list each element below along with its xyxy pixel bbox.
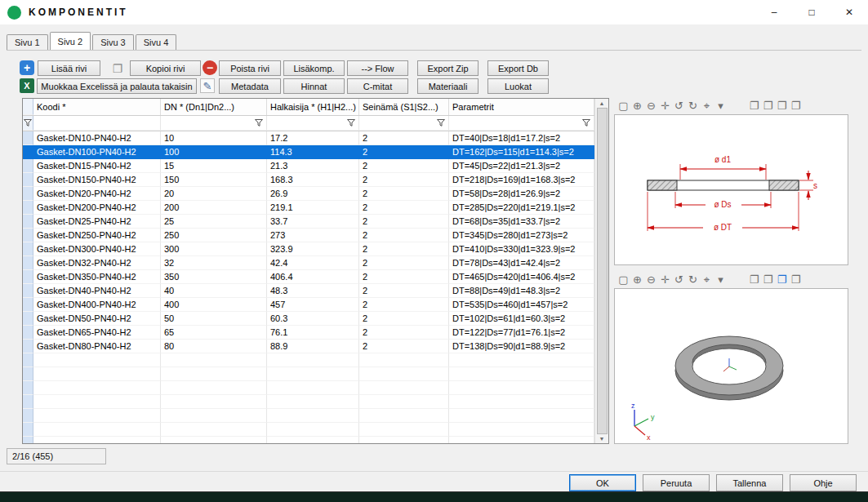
table-row[interactable]: Gasket-DN50-PN40-H25060.32DT=102|Ds=61|d… bbox=[23, 312, 594, 326]
filter-indicator-cell[interactable] bbox=[23, 116, 33, 131]
extra-component-button[interactable]: Lisäkomp. bbox=[283, 60, 345, 76]
column-header-4[interactable]: Parametrit bbox=[449, 99, 594, 115]
rotate-ccw-icon[interactable]: ↺ bbox=[672, 99, 686, 113]
add-row-icon[interactable]: + bbox=[20, 60, 34, 75]
copy-view-4-icon[interactable]: ❐ bbox=[789, 273, 803, 287]
delete-row-button[interactable]: Poista rivi bbox=[219, 60, 281, 76]
table-row[interactable]: Gasket-DN100-PN40-H2100114.32DT=162|Ds=1… bbox=[23, 145, 594, 159]
pan-icon[interactable]: ✛ bbox=[658, 99, 672, 113]
table-row[interactable]: Gasket-DN250-PN40-H22502732DT=345|Ds=280… bbox=[23, 229, 594, 242]
material-button[interactable]: Materiaali bbox=[417, 78, 479, 94]
view-options-caret-icon[interactable]: ▾ bbox=[714, 273, 728, 287]
rotate-cw-icon[interactable]: ↻ bbox=[686, 99, 700, 113]
copy-icon[interactable]: ❐ bbox=[110, 61, 125, 76]
edit-in-excel-button[interactable]: Muokkaa Excelissä ja palauta takaisin bbox=[37, 78, 197, 94]
classes-button[interactable]: Luokat bbox=[487, 78, 549, 94]
zoom-in-icon[interactable]: ⊕ bbox=[630, 273, 644, 287]
table-row[interactable]: Gasket-DN350-PN40-H2350406.42DT=465|Ds=4… bbox=[23, 270, 594, 284]
close-button[interactable]: ✕ bbox=[830, 0, 868, 24]
filter-icon[interactable] bbox=[255, 119, 263, 127]
tab-strip: Sivu 1Sivu 2Sivu 3Sivu 4 bbox=[7, 33, 861, 50]
export-db-button[interactable]: Export Db bbox=[487, 60, 549, 76]
metadata-icon[interactable]: ✎ bbox=[200, 78, 215, 93]
cell-col3: 2 bbox=[359, 256, 449, 270]
copy-view-1-icon[interactable]: ❐ bbox=[747, 99, 761, 113]
filter-cell-0[interactable] bbox=[33, 116, 161, 131]
rotate-ccw-icon[interactable]: ↺ bbox=[672, 273, 686, 287]
rotate-cw-icon[interactable]: ↻ bbox=[686, 273, 700, 287]
cell bbox=[33, 353, 161, 367]
table-row[interactable]: Gasket-DN150-PN40-H2150168.32DT=218|Ds=1… bbox=[23, 173, 594, 187]
table-row[interactable]: Gasket-DN200-PN40-H2200219.12DT=285|Ds=2… bbox=[23, 201, 594, 215]
help-button[interactable]: Ohje bbox=[790, 474, 857, 491]
flow-button[interactable]: --> Flow bbox=[347, 60, 408, 76]
copy-row-button[interactable]: Kopioi rivi bbox=[130, 60, 201, 76]
center-view-icon[interactable]: ⌖ bbox=[700, 99, 714, 113]
copy-view-2-icon[interactable]: ❐ bbox=[761, 99, 775, 113]
copy-view-3-icon[interactable]: ❐ bbox=[775, 99, 789, 113]
add-row-button[interactable]: Lisää rivi bbox=[38, 60, 100, 76]
minimize-button[interactable]: – bbox=[755, 0, 793, 24]
save-button[interactable]: Tallenna bbox=[716, 474, 783, 491]
empty-row bbox=[23, 423, 594, 437]
tab-sivu-2[interactable]: Sivu 2 bbox=[50, 32, 91, 50]
table-row[interactable]: Gasket-DN20-PN40-H22026.92DT=58|Ds=28|d1… bbox=[23, 187, 594, 201]
view-options-caret-icon[interactable]: ▾ bbox=[714, 99, 728, 113]
view-3d-viewport[interactable]: z y x bbox=[614, 288, 848, 444]
table-row[interactable]: Gasket-DN25-PN40-H22533.72DT=68|Ds=35|d1… bbox=[23, 215, 594, 229]
metadata-button[interactable]: Metadata bbox=[219, 78, 281, 94]
filter-cell-3[interactable] bbox=[359, 116, 449, 131]
c-dimensions-button[interactable]: C-mitat bbox=[347, 78, 408, 94]
prices-button[interactable]: Hinnat bbox=[283, 78, 345, 94]
drawing-2d-toolbar: ▢⊕⊖✛↺↻⌖▾❐❐❐❐ bbox=[614, 98, 848, 114]
select-region-icon[interactable]: ▢ bbox=[617, 273, 630, 287]
export-zip-button[interactable]: Export Zip bbox=[417, 60, 479, 76]
cell-col1: 100 bbox=[161, 145, 267, 159]
cell bbox=[359, 381, 449, 395]
remove-row-icon[interactable]: − bbox=[203, 60, 217, 75]
vertical-scrollbar[interactable]: ▲ ▼ bbox=[594, 99, 608, 443]
zoom-out-icon[interactable]: ⊖ bbox=[644, 99, 658, 113]
copy-view-3-icon[interactable]: ❐ bbox=[775, 273, 789, 287]
tab-sivu-1[interactable]: Sivu 1 bbox=[7, 34, 48, 50]
excel-icon[interactable]: X bbox=[20, 78, 34, 93]
scrollbar-thumb[interactable] bbox=[597, 108, 608, 434]
zoom-out-icon[interactable]: ⊖ bbox=[644, 273, 658, 287]
table-row[interactable]: Gasket-DN300-PN40-H2300323.92DT=410|Ds=3… bbox=[23, 242, 594, 256]
table-row[interactable]: Gasket-DN65-PN40-H26576.12DT=122|Ds=77|d… bbox=[23, 326, 594, 340]
filter-icon[interactable] bbox=[347, 119, 355, 127]
table-row[interactable]: Gasket-DN40-PN40-H24048.32DT=88|Ds=49|d1… bbox=[23, 284, 594, 298]
cancel-button[interactable]: Peruuta bbox=[643, 474, 710, 491]
table-row[interactable]: Gasket-DN10-PN40-H21017.22DT=40|Ds=18|d1… bbox=[23, 131, 594, 145]
maximize-button[interactable]: □ bbox=[793, 0, 830, 24]
drawing-2d-viewport[interactable]: ø d1 s ø Ds ø DT bbox=[614, 114, 848, 265]
column-header-0[interactable]: Koodi * bbox=[33, 99, 161, 115]
column-header-2[interactable]: Halkaisija * (H1|H2...) bbox=[267, 99, 359, 115]
center-view-icon[interactable]: ⌖ bbox=[700, 273, 714, 287]
table-row[interactable]: Gasket-DN15-PN40-H21521.32DT=45|Ds=22|d1… bbox=[23, 159, 594, 173]
copy-view-2-icon[interactable]: ❐ bbox=[761, 273, 775, 287]
filter-cell-1[interactable] bbox=[161, 116, 267, 131]
ok-button[interactable]: OK bbox=[569, 474, 636, 491]
axis-z-label: z bbox=[631, 402, 635, 410]
filter-icon[interactable] bbox=[582, 119, 590, 127]
table-row[interactable]: Gasket-DN400-PN40-H24004572DT=535|Ds=460… bbox=[23, 298, 594, 312]
tab-sivu-4[interactable]: Sivu 4 bbox=[136, 34, 177, 50]
zoom-in-icon[interactable]: ⊕ bbox=[630, 99, 644, 113]
copy-view-4-icon[interactable]: ❐ bbox=[789, 99, 803, 113]
scroll-down-icon[interactable]: ▼ bbox=[599, 436, 605, 442]
column-header-3[interactable]: Seinämä (S1|S2...) bbox=[359, 99, 449, 115]
copy-view-1-icon[interactable]: ❐ bbox=[747, 273, 761, 287]
scroll-up-icon[interactable]: ▲ bbox=[599, 100, 605, 106]
cell-col0: Gasket-DN150-PN40-H2 bbox=[33, 173, 161, 187]
tab-sivu-3[interactable]: Sivu 3 bbox=[92, 34, 134, 50]
filter-icon[interactable] bbox=[24, 119, 32, 127]
select-region-icon[interactable]: ▢ bbox=[617, 99, 630, 113]
filter-cell-4[interactable] bbox=[449, 116, 594, 131]
filter-cell-2[interactable] bbox=[267, 116, 359, 131]
column-header-1[interactable]: DN * (Dn1|Dn2...) bbox=[161, 99, 267, 115]
table-row[interactable]: Gasket-DN32-PN40-H23242.42DT=78|Ds=43|d1… bbox=[23, 256, 594, 270]
table-row[interactable]: Gasket-DN80-PN40-H28088.92DT=138|Ds=90|d… bbox=[23, 340, 594, 353]
filter-icon[interactable] bbox=[437, 119, 445, 127]
pan-icon[interactable]: ✛ bbox=[658, 273, 672, 287]
